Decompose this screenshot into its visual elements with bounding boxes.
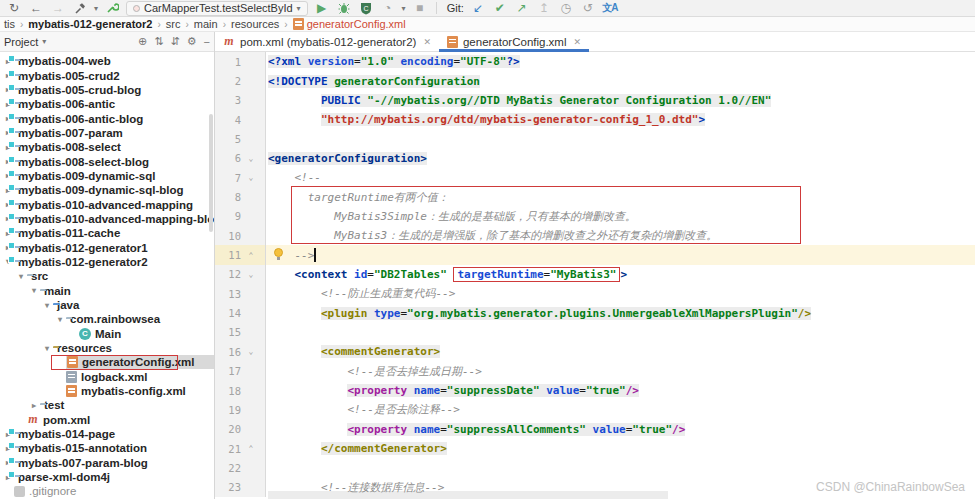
- tree-item-mybatis-004-web[interactable]: ▸mybatis-004-web: [0, 54, 214, 68]
- code-content[interactable]: <generatorConfiguration>: [266, 149, 975, 168]
- gutter[interactable]: 15: [215, 323, 266, 342]
- code-line-18[interactable]: 18 <property name="suppressDate" value="…: [215, 381, 975, 400]
- breadcrumb-item[interactable]: resources: [231, 18, 279, 30]
- code-line-11[interactable]: 11⌃ -->: [215, 245, 975, 264]
- code-content[interactable]: MyBatis3Simple：生成的是基础版，只有基本的增删改查。: [266, 207, 975, 226]
- stop-icon[interactable]: ■: [412, 1, 428, 16]
- chevron-collapsed-icon[interactable]: ▸: [28, 401, 40, 410]
- tree-item-java[interactable]: ▾java: [0, 298, 214, 312]
- gutter[interactable]: 1: [215, 52, 266, 71]
- tree-item-mybatis-014-page[interactable]: ▸mybatis-014-page: [0, 427, 214, 441]
- chevron-expanded-icon[interactable]: ▾: [15, 272, 27, 281]
- code-line-16[interactable]: 16⌄ <commentGenerator>: [215, 342, 975, 361]
- tree-item-mybatis-008-select[interactable]: ▸mybatis-008-select: [0, 140, 214, 154]
- tree-item-mybatis-006-antic[interactable]: ▸mybatis-006-antic: [0, 97, 214, 111]
- close-icon[interactable]: ✕: [574, 37, 582, 47]
- line-number[interactable]: 2: [215, 75, 241, 87]
- tree-item-main[interactable]: ▾main: [0, 284, 214, 298]
- line-number[interactable]: 19: [215, 404, 241, 416]
- line-number[interactable]: 18: [215, 385, 241, 397]
- tree-item-com-rainbowsea[interactable]: ▾com.rainbowsea: [0, 312, 214, 326]
- code-content[interactable]: <!DOCTYPE generatorConfiguration: [266, 71, 975, 90]
- code-line-7[interactable]: 7⌄ <!--: [215, 168, 975, 187]
- tree-item--gitignore[interactable]: .gitignore: [0, 484, 214, 498]
- fold-marker-icon[interactable]: ⌄: [241, 154, 261, 163]
- code-content[interactable]: [266, 323, 975, 342]
- translate-icon[interactable]: 文A: [602, 1, 618, 16]
- profiler-icon[interactable]: ◔: [380, 1, 396, 16]
- gutter[interactable]: 11⌃: [215, 245, 266, 264]
- update-project-icon[interactable]: ↙: [470, 1, 486, 16]
- run-icon[interactable]: ▶: [314, 1, 330, 16]
- line-number[interactable]: 12: [215, 268, 241, 280]
- tree-item-mybatis-005-crud-blog[interactable]: ▸mybatis-005-crud-blog: [0, 83, 214, 97]
- code-content[interactable]: <!--是否去掉生成日期-->: [266, 362, 975, 381]
- code-content[interactable]: </commentGenerator>: [266, 439, 975, 458]
- line-number[interactable]: 17: [215, 365, 241, 377]
- tree-item-mybatis-011-cache[interactable]: ▸mybatis-011-cache: [0, 226, 214, 240]
- gutter[interactable]: 22: [215, 458, 266, 477]
- line-number[interactable]: 16: [215, 346, 241, 358]
- close-icon[interactable]: ✕: [423, 37, 431, 47]
- gutter[interactable]: 18: [215, 381, 266, 400]
- gutter[interactable]: 20: [215, 420, 266, 439]
- code-line-3[interactable]: 3 PUBLIC "-//mybatis.org//DTD MyBatis Ge…: [215, 91, 975, 110]
- fold-marker-icon[interactable]: ⌄: [241, 270, 261, 279]
- code-line-2[interactable]: 2<!DOCTYPE generatorConfiguration: [215, 71, 975, 90]
- line-number[interactable]: 8: [215, 191, 241, 203]
- tree-item-mybatis-005-crud2[interactable]: ▸mybatis-005-crud2: [0, 68, 214, 82]
- fold-marker-icon[interactable]: ⌄: [241, 347, 261, 356]
- code-line-17[interactable]: 17 <!--是否去掉生成日期-->: [215, 362, 975, 381]
- code-content[interactable]: <property name="suppressAllComments" val…: [266, 420, 975, 439]
- gutter[interactable]: 19: [215, 400, 266, 419]
- breadcrumb-item[interactable]: src: [166, 18, 181, 30]
- gutter[interactable]: 9: [215, 207, 266, 226]
- gutter[interactable]: 21⌃: [215, 439, 266, 458]
- tree-item-pom-xml[interactable]: mpom.xml: [0, 413, 214, 427]
- code-content[interactable]: MyBatis3：生成的是增强版，除了基本的增删改查之外还有复杂的增删改查。: [266, 226, 975, 245]
- tab-pom-xml[interactable]: m pom.xml (mybatis-012-generator2) ✕: [215, 32, 439, 51]
- hide-icon[interactable]: −: [204, 36, 210, 48]
- gutter[interactable]: 10: [215, 226, 266, 245]
- patch-icon[interactable]: ↥: [536, 1, 552, 16]
- code-content[interactable]: <plugin type="org.mybatis.generator.plug…: [266, 303, 975, 322]
- wrench-icon[interactable]: [104, 1, 120, 16]
- project-view-select[interactable]: Project ▾: [4, 36, 46, 48]
- code-line-21[interactable]: 21⌃ </commentGenerator>: [215, 439, 975, 458]
- commit-icon[interactable]: ✔: [492, 1, 508, 16]
- expand-all-icon[interactable]: ⇅: [154, 35, 163, 48]
- sync-icon[interactable]: ↻: [6, 1, 22, 16]
- tree-item-mybatis-012-generator2[interactable]: ▾mybatis-012-generator2: [0, 255, 214, 269]
- fold-marker-icon[interactable]: ⌃: [241, 251, 261, 260]
- coverage-icon[interactable]: C: [358, 1, 374, 16]
- gutter[interactable]: 3: [215, 91, 266, 110]
- chevron-expanded-icon[interactable]: ▾: [41, 344, 53, 353]
- breadcrumb-item[interactable]: mybatis-012-generator2: [28, 18, 152, 30]
- chevron-expanded-icon[interactable]: ▾: [28, 286, 40, 295]
- code-content[interactable]: -->: [266, 245, 975, 264]
- code-line-10[interactable]: 10 MyBatis3：生成的是增强版，除了基本的增删改查之外还有复杂的增删改查…: [215, 226, 975, 245]
- code-content[interactable]: [266, 458, 975, 477]
- gutter[interactable]: 17: [215, 362, 266, 381]
- breadcrumb-item[interactable]: main: [194, 18, 218, 30]
- line-number[interactable]: 5: [215, 133, 241, 145]
- code-content[interactable]: [266, 129, 975, 148]
- tree-item-logback-xml[interactable]: logback.xml: [0, 370, 214, 384]
- push-icon[interactable]: ↗: [514, 1, 530, 16]
- profiler-dropdown-icon[interactable]: ▾: [402, 4, 406, 13]
- code-content[interactable]: targetRuntime有两个值：: [266, 187, 975, 206]
- tree-scrollbar[interactable]: [209, 114, 213, 232]
- gutter[interactable]: 13: [215, 284, 266, 303]
- tree-item-mybatis-config-xml[interactable]: mybatis-config.xml: [0, 384, 214, 398]
- tree-item-mybatis-007-param[interactable]: ▸mybatis-007-param: [0, 126, 214, 140]
- code-line-8[interactable]: 8 targetRuntime有两个值：: [215, 187, 975, 206]
- line-number[interactable]: 13: [215, 288, 241, 300]
- code-editor[interactable]: 1<?xml version="1.0" encoding="UTF-8"?>2…: [215, 52, 975, 499]
- tree-item-test[interactable]: ▸test: [0, 398, 214, 412]
- line-number[interactable]: 3: [215, 94, 241, 106]
- line-number[interactable]: 23: [215, 481, 241, 493]
- fold-marker-icon[interactable]: ⌄: [241, 173, 261, 182]
- line-number[interactable]: 9: [215, 210, 241, 222]
- gutter[interactable]: 7⌄: [215, 168, 266, 187]
- line-number[interactable]: 4: [215, 114, 241, 126]
